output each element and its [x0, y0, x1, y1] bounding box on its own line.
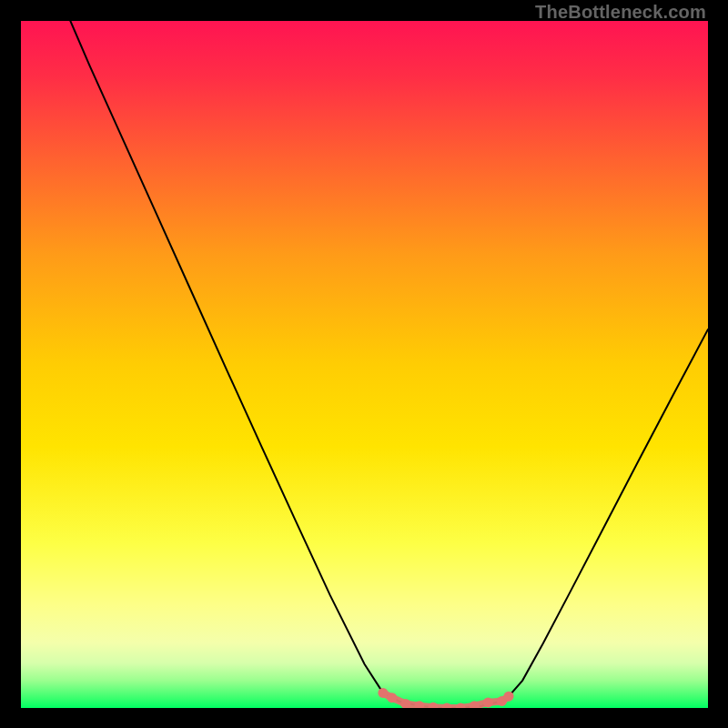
watermark-text: TheBottleneck.com — [535, 2, 706, 23]
chart-frame — [21, 21, 708, 708]
optimal-band-dot — [387, 693, 397, 703]
bottleneck-chart — [21, 21, 708, 708]
optimal-band-dot — [483, 697, 493, 707]
gradient-background — [21, 21, 708, 708]
optimal-band-dot — [504, 692, 514, 702]
optimal-band-dot — [378, 688, 388, 698]
